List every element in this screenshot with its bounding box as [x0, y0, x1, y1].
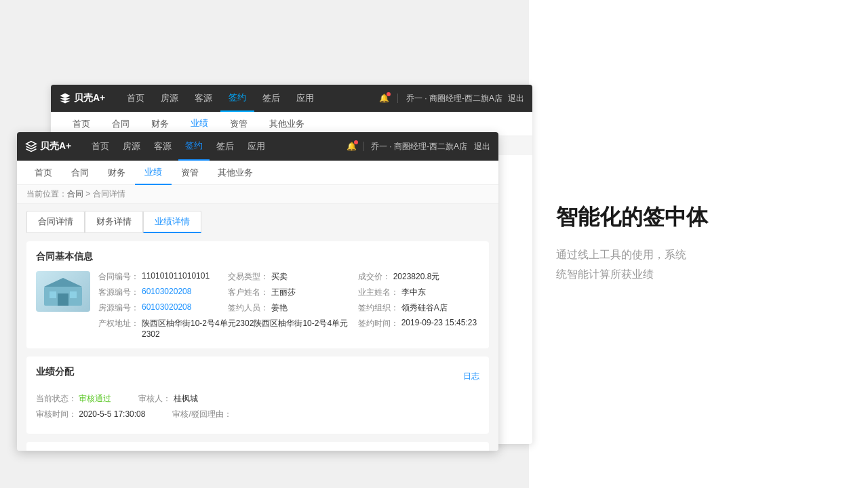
fg-sub-other[interactable]: 其他业务 [208, 161, 262, 185]
sign-time-label: 签约时间： [358, 318, 399, 329]
contract-no-label: 合同编号： [98, 271, 139, 283]
info-grid: 合同编号： 110101011010101 交易类型： 买卖 成交价： 2023… [98, 271, 479, 339]
fg-nav-app[interactable]: 应用 [241, 132, 272, 161]
owner-value: 李中东 [401, 287, 426, 298]
perf-allocation-section: 业绩分配 日志 当前状态： 审核通过 审核人： 桂枫城 审核时间： [26, 357, 489, 434]
fg-nav-bar: 贝壳A+ 首页 房源 客源 签约 签后 应用 🔔 乔一 · 商圈经理-西二旗A店… [17, 132, 498, 161]
address-value: 陕西区柚华街10-2号4单元2302陕西区柚华街10-2号4单元2302 [142, 318, 350, 339]
fg-sub-finance[interactable]: 财务 [98, 161, 135, 185]
reason-label: 审核/驳回理由： [172, 409, 231, 419]
review-time-label: 审核时间： [36, 409, 77, 419]
fg-user-info: 乔一 · 商圈经理-西二旗A店 [371, 141, 467, 152]
sign-org-row: 签约组织： 领秀硅谷A店 [358, 302, 479, 314]
bg-logo-area: 贝壳A+ [59, 92, 105, 104]
bg-nav-client[interactable]: 客源 [186, 85, 220, 112]
bg-logout[interactable]: 退出 [508, 93, 524, 104]
perf-calc-section: 业绩计算 应收业绩 实收业绩 时间 费用项 费用项金额 角色类型 角色人 计算比… [26, 442, 489, 451]
bg-nav-home[interactable]: 首页 [119, 85, 153, 112]
contract-basic-title: 合同基本信息 [36, 251, 479, 263]
fg-nav-right: 🔔 乔一 · 商圈经理-西二旗A店 退出 [347, 141, 490, 152]
bg-nav-house[interactable]: 房源 [153, 85, 186, 112]
address-row: 产权地址： 陕西区柚华街10-2号4单元2302陕西区柚华街10-2号4单元23… [98, 318, 350, 339]
fg-sub-perf[interactable]: 业绩 [135, 161, 172, 185]
contract-basic-section: 合同基本信息 [26, 241, 489, 348]
bg-nav-sign[interactable]: 签约 [220, 85, 254, 112]
sign-time-row: 签约时间： 2019-09-23 15:45:23 [358, 318, 479, 339]
seller-no-value[interactable]: 60103020208 [142, 287, 191, 296]
address-label: 产权地址： [98, 318, 139, 329]
fg-breadcrumb: 当前位置：合同 > 当前位置：合同 > 合同详情合同详情 [17, 185, 498, 204]
bg-bell-icon[interactable]: 🔔 [379, 94, 389, 103]
svg-rect-5 [70, 291, 77, 298]
perf-alloc-meta: 当前状态： 审核通过 审核人： 桂枫城 [36, 393, 479, 405]
signer-row: 签约人员： 姜艳 [228, 302, 349, 314]
fg-nav-home[interactable]: 首页 [85, 132, 116, 161]
customer-name-label: 客户姓名： [228, 287, 269, 298]
subtitle-line2: 统智能计算所获业绩 [556, 268, 654, 280]
owner-row: 业主姓名： 李中东 [358, 287, 479, 298]
room-svg [43, 277, 83, 307]
owner-label: 业主姓名： [358, 287, 399, 298]
tab-perf-detail[interactable]: 业绩详情 [143, 211, 201, 233]
house-no-value[interactable]: 60103020208 [142, 302, 191, 312]
perf-alloc-header: 业绩分配 日志 [36, 366, 479, 386]
foreground-window: 贝壳A+ 首页 房源 客源 签约 签后 应用 🔔 乔一 · 商圈经理-西二旗A店… [17, 132, 498, 451]
breadcrumb-text: 当前位置：合同 > 当前位置：合同 > 合同详情合同详情 [26, 188, 125, 200]
status-label: 当前状态： [36, 394, 77, 403]
right-panel: 智能化的签中体 通过线上工具的使用，系统 统智能计算所获业绩 [529, 0, 868, 488]
fg-bell-icon[interactable]: 🔔 [347, 142, 357, 151]
fg-sub-home[interactable]: 首页 [25, 161, 62, 185]
outer-wrapper: 智能化的签中体 通过线上工具的使用，系统 统智能计算所获业绩 贝壳A+ 首页 房… [0, 0, 868, 488]
reviewer-value: 桂枫城 [174, 394, 198, 403]
customer-name-value: 王丽莎 [271, 287, 296, 298]
detail-tabs: 合同详情 财务详情 业绩详情 [26, 211, 489, 233]
fg-nav-sign[interactable]: 签约 [178, 132, 210, 161]
bg-nav-app[interactable]: 应用 [288, 85, 322, 112]
right-panel-subtitle: 通过线上工具的使用，系统 统智能计算所获业绩 [556, 245, 841, 285]
fg-nav-house[interactable]: 房源 [116, 132, 147, 161]
fg-logo-text: 贝壳A+ [40, 140, 71, 152]
fg-logout[interactable]: 退出 [474, 141, 490, 152]
review-time-value: 2020-5-5 17:30:08 [79, 409, 145, 419]
contract-no-value: 110101011010101 [142, 271, 210, 281]
fg-logo-icon [25, 140, 37, 152]
log-link[interactable]: 日志 [463, 371, 479, 382]
right-panel-title: 智能化的签中体 [556, 203, 841, 232]
contract-image [36, 271, 90, 312]
reviewer-row: 审核人： 桂枫城 [138, 393, 197, 405]
bg-logo-text: 贝壳A+ [74, 92, 105, 104]
reviewer-label: 审核人： [138, 394, 171, 403]
bg-nav-right: 🔔 乔一 · 商圈经理-西二旗A店 退出 [379, 93, 524, 104]
sign-time-value: 2019-09-23 15:45:23 [401, 318, 477, 327]
house-no-row: 房源编号： 60103020208 [98, 302, 220, 314]
tab-finance-detail[interactable]: 财务详情 [85, 211, 143, 233]
seller-no-label: 客源编号： [98, 287, 139, 298]
review-time-meta: 审核时间： 2020-5-5 17:30:08 审核/驳回理由： [36, 409, 479, 420]
fg-nav-client[interactable]: 客源 [147, 132, 178, 161]
status-value: 审核通过 [79, 394, 111, 403]
bg-nav-post[interactable]: 签后 [254, 85, 288, 112]
sign-org-label: 签约组织： [358, 302, 399, 314]
perf-alloc-title: 业绩分配 [36, 366, 74, 378]
review-time-row: 审核时间： 2020-5-5 17:30:08 [36, 409, 145, 420]
bg-user-info: 乔一 · 商圈经理-西二旗A店 [406, 93, 502, 104]
house-no-label: 房源编号： [98, 302, 139, 314]
breadcrumb-link-contract[interactable]: 合同 [67, 189, 83, 199]
signer-value: 姜艳 [271, 302, 288, 314]
signer-label: 签约人员： [228, 302, 269, 314]
svg-rect-3 [58, 293, 68, 306]
sign-org-value: 领秀硅谷A店 [401, 302, 448, 314]
customer-name-row: 客户姓名： 王丽莎 [228, 287, 349, 298]
svg-rect-4 [50, 291, 56, 298]
contract-info-layout: 合同编号： 110101011010101 交易类型： 买卖 成交价： 2023… [36, 271, 479, 339]
svg-marker-0 [26, 142, 37, 147]
status-row: 当前状态： 审核通过 [36, 393, 111, 405]
fg-nav-post[interactable]: 签后 [210, 132, 241, 161]
fg-sub-asset[interactable]: 资管 [172, 161, 208, 185]
fg-sub-contract[interactable]: 合同 [62, 161, 98, 185]
trade-type-value: 买卖 [271, 271, 288, 283]
tab-contract-detail[interactable]: 合同详情 [26, 211, 85, 233]
bg-nav-bar: 贝壳A+ 首页 房源 客源 签约 签后 应用 🔔 乔一 · 商圈经理-西二旗A店… [51, 85, 532, 112]
svg-marker-2 [44, 278, 82, 287]
content-area: 合同详情 财务详情 业绩详情 合同基本信息 [17, 204, 498, 451]
